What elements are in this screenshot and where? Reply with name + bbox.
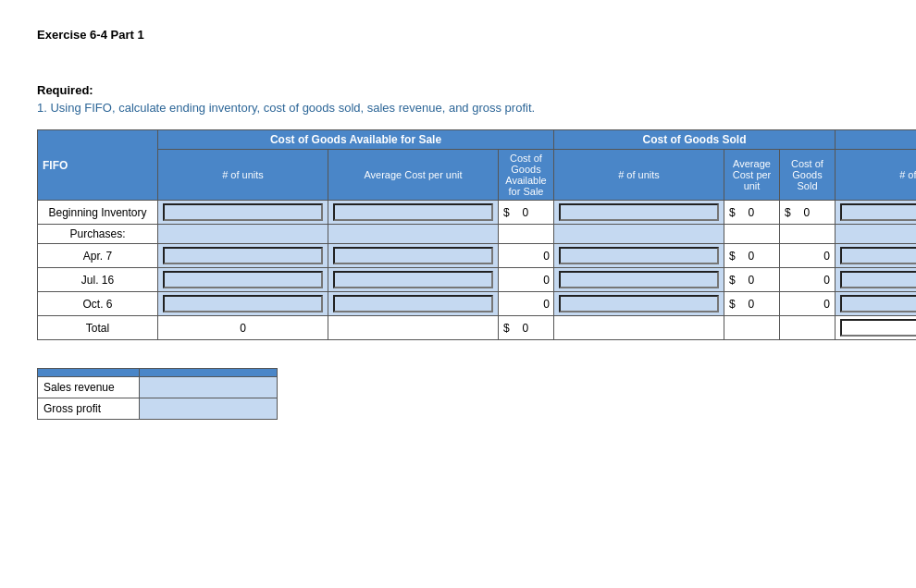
row-label-apr7: Apr. 7	[38, 244, 158, 268]
fifo-col-header: FIFO	[38, 130, 158, 201]
instruction: 1. Using FIFO, calculate ending inventor…	[37, 101, 879, 115]
jul16-costsold[interactable]: 0	[780, 268, 836, 292]
p-cost2	[780, 225, 836, 244]
oct6-avg2-input[interactable]	[736, 298, 767, 311]
table-row-oct6: Oct. 6 0 $ 0	[38, 292, 917, 316]
page-title: Exercise 6-4 Part 1	[37, 28, 879, 42]
jul16-units3[interactable]	[836, 268, 917, 292]
sales-revenue-input[interactable]	[145, 381, 271, 394]
jul16-units1-input[interactable]	[163, 271, 323, 288]
dollar-sign: $	[503, 206, 510, 219]
apr7-avg2-input[interactable]	[736, 250, 767, 263]
p-cost1	[499, 225, 554, 244]
apr7-units3-input[interactable]	[840, 247, 916, 264]
apr7-units3[interactable]	[836, 244, 917, 268]
avgcost1-beginning-input[interactable]	[333, 203, 493, 221]
dollar-sign3: $	[785, 206, 791, 219]
p-avg2	[724, 225, 780, 244]
oct6-units1-input[interactable]	[163, 295, 323, 312]
apr7-units1[interactable]	[158, 244, 328, 268]
total-avg1	[328, 316, 499, 340]
costsold-beginning: $	[780, 201, 836, 225]
costgoods-beginning-input[interactable]	[510, 206, 541, 219]
avgcost2-beginning: $	[724, 201, 780, 225]
units1-beginning[interactable]	[158, 201, 328, 225]
col-cost-sold-header: Cost of Goods Sold	[780, 150, 836, 201]
units3-beginning[interactable]	[836, 201, 917, 225]
p-units2[interactable]	[554, 225, 724, 244]
col-avg1: Average Cost per unit	[328, 150, 499, 201]
summary-header-label	[38, 369, 140, 377]
col-units1: # of units	[158, 150, 328, 201]
oct6-units3[interactable]	[836, 292, 917, 316]
oct6-costsold[interactable]: 0	[780, 292, 836, 316]
total-cost1-input[interactable]	[510, 322, 541, 335]
col-avg2: Average Cost per unit	[724, 150, 780, 201]
section1-header: Cost of Goods Available for Sale	[158, 130, 554, 150]
gross-profit-input[interactable]	[145, 402, 271, 415]
instruction-prefix: 1. Using	[37, 101, 84, 115]
p-units1[interactable]	[158, 225, 328, 244]
jul16-cost1[interactable]: 0	[499, 268, 554, 292]
gross-profit-value[interactable]	[140, 398, 278, 420]
table-row-apr7: Apr. 7 0 $ 0	[38, 244, 917, 268]
oct6-units2-input[interactable]	[559, 295, 719, 312]
p-avg1[interactable]	[328, 225, 499, 244]
table-row: Beginning Inventory $ $ $	[38, 201, 917, 225]
jul16-units3-input[interactable]	[840, 271, 916, 288]
oct6-units3-input[interactable]	[840, 295, 916, 312]
apr7-cost1[interactable]: 0	[499, 244, 554, 268]
avgcost2-beginning-input[interactable]	[736, 206, 767, 219]
jul16-units1[interactable]	[158, 268, 328, 292]
total-units2	[554, 316, 724, 340]
summary-table: Sales revenue Gross profit	[37, 368, 278, 420]
row-label-oct6: Oct. 6	[38, 292, 158, 316]
p-units3[interactable]	[836, 225, 917, 244]
jul16-avg1[interactable]	[328, 268, 499, 292]
oct6-units2[interactable]	[554, 292, 724, 316]
row-label-beginning: Beginning Inventory	[38, 201, 158, 225]
oct6-avg1[interactable]	[328, 292, 499, 316]
jul16-avg2-input[interactable]	[736, 274, 767, 287]
row-label-jul16: Jul. 16	[38, 268, 158, 292]
table-row-purchases: Purchases:	[38, 225, 917, 244]
jul16-units2-input[interactable]	[559, 271, 719, 288]
oct6-avg2: $	[724, 292, 780, 316]
jul16-units2[interactable]	[554, 268, 724, 292]
total-cost1: $	[499, 316, 554, 340]
total-avg2	[724, 316, 780, 340]
costsold-beginning-input[interactable]	[791, 206, 823, 219]
oct6-cost1[interactable]: 0	[499, 292, 554, 316]
gross-profit-label: Gross profit	[38, 398, 140, 420]
apr7-costsold[interactable]: 0	[780, 244, 836, 268]
col-cost-avail: Cost of Goods Available for Sale	[499, 150, 554, 201]
total-units3[interactable]	[836, 316, 917, 340]
units2-beginning-input[interactable]	[559, 203, 719, 221]
total-units1[interactable]: 0	[158, 316, 328, 340]
sales-revenue-label: Sales revenue	[38, 377, 140, 398]
col-units3: # of units	[836, 150, 917, 201]
apr7-units2-input[interactable]	[559, 247, 719, 264]
oct6-units1[interactable]	[158, 292, 328, 316]
jul16-avg1-input[interactable]	[333, 271, 493, 288]
total-units3-input[interactable]	[840, 319, 916, 337]
jul16-avg2: $	[724, 268, 780, 292]
row-label-purchases: Purchases:	[38, 225, 158, 244]
oct6-avg1-input[interactable]	[333, 295, 493, 312]
table-row-jul16: Jul. 16 0 $ 0	[38, 268, 917, 292]
section3-header: Ending Inventory	[836, 130, 917, 150]
units1-beginning-input[interactable]	[163, 203, 323, 221]
units3-beginning-input[interactable]	[840, 203, 916, 221]
dollar-sign2: $	[729, 206, 736, 219]
summary-header-value	[140, 369, 278, 377]
instruction-highlight: FIFO	[84, 101, 112, 115]
section2-header: Cost of Goods Sold	[554, 130, 836, 150]
sales-revenue-value[interactable]	[140, 377, 278, 398]
units2-beginning[interactable]	[554, 201, 724, 225]
row-label-total: Total	[38, 316, 158, 340]
avgcost1-beginning[interactable]	[328, 201, 499, 225]
apr7-avg1-input[interactable]	[333, 247, 493, 264]
apr7-units2[interactable]	[554, 244, 724, 268]
apr7-avg1[interactable]	[328, 244, 499, 268]
apr7-units1-input[interactable]	[163, 247, 323, 264]
